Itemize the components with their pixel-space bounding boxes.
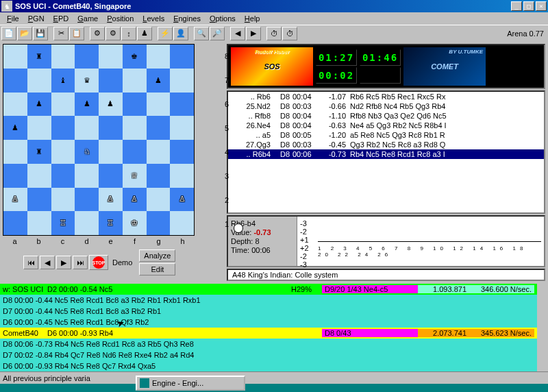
- square[interactable]: [75, 116, 99, 140]
- menu-engines[interactable]: Engines: [169, 14, 205, 23]
- maximize-button[interactable]: □: [523, 1, 534, 11]
- nav-last-button[interactable]: ⏭: [73, 256, 88, 269]
- tool-prev[interactable]: ◀: [230, 27, 245, 40]
- move-row[interactable]: .. Rb6D800:04-1.07Rb6 Rc5 Rb5 Rec1 Rxc5 …: [228, 92, 544, 101]
- square[interactable]: [27, 211, 51, 235]
- square[interactable]: [123, 116, 147, 140]
- square[interactable]: [75, 188, 99, 212]
- square[interactable]: [147, 188, 171, 212]
- square[interactable]: ♝: [51, 69, 75, 93]
- move-row[interactable]: .. Rfb8D800:04-1.10Rfb8 Nb3 Qa3 Qe2 Qd6 …: [228, 111, 544, 121]
- square[interactable]: [3, 164, 27, 188]
- square[interactable]: [51, 140, 75, 164]
- engine2-pv-row[interactable]: D7 00:02 -0.84 Rb4 Qc7 Re8 Nd6 Re8 Rxe4 …: [0, 350, 548, 360]
- tool-open[interactable]: 📂: [17, 27, 32, 40]
- engine1-pv-row[interactable]: D6 00:00 -0.45 Nc5 Re8 Rcd1 Bc8 Qf3 Rb2 …: [0, 317, 548, 328]
- tool-clock2[interactable]: ⏱: [282, 27, 297, 40]
- square[interactable]: ♙: [123, 188, 147, 212]
- square[interactable]: [3, 45, 27, 69]
- menu-file[interactable]: File: [3, 14, 23, 23]
- square[interactable]: ♜: [27, 140, 51, 164]
- tool-clock1[interactable]: ⏱: [266, 27, 282, 40]
- square[interactable]: [27, 116, 51, 140]
- menu-help[interactable]: Help: [240, 14, 264, 23]
- tool-zoom-out[interactable]: 🔍: [194, 27, 209, 40]
- square[interactable]: [27, 164, 51, 188]
- square[interactable]: ♟: [147, 69, 171, 93]
- square[interactable]: ♘: [75, 140, 99, 164]
- square[interactable]: [51, 45, 75, 69]
- square[interactable]: [99, 140, 123, 164]
- square[interactable]: [51, 93, 75, 117]
- square[interactable]: [147, 164, 171, 188]
- tool-next[interactable]: ▶: [246, 27, 261, 40]
- square[interactable]: [99, 45, 123, 69]
- tool-setup[interactable]: ♟: [137, 27, 152, 40]
- menu-position[interactable]: Position: [103, 14, 138, 23]
- square[interactable]: [170, 211, 194, 235]
- square[interactable]: [123, 93, 147, 117]
- tool-lightning[interactable]: ⚡: [158, 27, 173, 40]
- square[interactable]: [170, 116, 194, 140]
- square[interactable]: ♙: [3, 188, 27, 212]
- tool-zoom-in[interactable]: 🔎: [210, 27, 225, 40]
- square[interactable]: ♟: [75, 93, 99, 117]
- square[interactable]: [147, 45, 171, 69]
- square[interactable]: [147, 116, 171, 140]
- square[interactable]: ♛: [75, 69, 99, 93]
- move-row[interactable]: 25.Nd2D800:03-0.66Nd2 Rfb8 Nc4 Rb5 Qg3 R…: [228, 101, 544, 111]
- stop-button[interactable]: STOP: [89, 255, 108, 270]
- square[interactable]: [170, 164, 194, 188]
- move-row[interactable]: .. R6b4D800:06-0.73Rb4 Nc5 Re8 Rcd1 Rc8 …: [228, 149, 544, 159]
- square[interactable]: ♟: [27, 93, 51, 117]
- nav-first-button[interactable]: ⏮: [23, 256, 38, 269]
- menu-pgn[interactable]: PGN: [24, 14, 49, 23]
- move-row[interactable]: .. a5D800:05-1.20a5 Re8 Nc5 Qg3 Rc8 Rb1 …: [228, 130, 544, 140]
- menu-game[interactable]: Game: [73, 14, 102, 23]
- engine1-pv-row[interactable]: D7 00:00 -0.44 Nc5 Re8 Rcd1 Bc8 a3 Rb2 R…: [0, 306, 548, 317]
- chess-board[interactable]: ♜♚♝♛♟♟♟♟♟♜♘♕♙♙♙♙♖♖♔: [3, 44, 195, 236]
- square[interactable]: [3, 140, 27, 164]
- square[interactable]: [3, 93, 27, 117]
- scroll-up-icon[interactable]: ▲: [537, 328, 548, 339]
- move-row[interactable]: 27.Qg3D800:03-0.45Qg3 Rb2 Nc5 Rc8 a3 Rd8…: [228, 140, 544, 149]
- square[interactable]: ♟: [99, 93, 123, 117]
- square[interactable]: [99, 116, 123, 140]
- square[interactable]: [51, 164, 75, 188]
- engine2-pv-row[interactable]: D6 00:00 -0.93 Rb4 Nc5 Re8 Qc7 Rxd4 Qxa5…: [0, 360, 548, 371]
- square[interactable]: [99, 69, 123, 93]
- scroll-down-icon[interactable]: ▼: [537, 360, 548, 371]
- square[interactable]: [51, 116, 75, 140]
- edit-button[interactable]: Edit: [139, 263, 175, 275]
- square[interactable]: ♖: [99, 211, 123, 235]
- taskbar-button[interactable]: Engine - Engi...: [136, 376, 245, 391]
- square[interactable]: ♙: [170, 188, 194, 212]
- square[interactable]: [99, 164, 123, 188]
- square[interactable]: [27, 69, 51, 93]
- nav-next-button[interactable]: ▶: [56, 256, 71, 269]
- engine2-header[interactable]: CometB40 D6 00:00 -0.93 Rb4 D8 0/43 2.07…: [0, 328, 548, 339]
- square[interactable]: [123, 69, 147, 93]
- square[interactable]: [75, 211, 99, 235]
- square[interactable]: ♟: [3, 116, 27, 140]
- square[interactable]: [170, 140, 194, 164]
- nav-prev-button[interactable]: ◀: [40, 256, 55, 269]
- eval-graph[interactable]: -3-2+1+2-2-3 1 2 3 4 5 6 7 8 9 10 12 14 …: [297, 217, 544, 266]
- minimize-button[interactable]: _: [511, 1, 522, 11]
- demo-label[interactable]: Demo: [112, 258, 132, 267]
- tool-cut[interactable]: ✂: [53, 27, 68, 40]
- square[interactable]: ♕: [123, 164, 147, 188]
- analyze-button[interactable]: Analyze: [139, 249, 175, 262]
- scroll-up-icon[interactable]: ▲: [537, 284, 548, 295]
- square[interactable]: [75, 45, 99, 69]
- engine2-pv-row[interactable]: D8 00:06 -0.73 Rb4 Nc5 Re8 Rcd1 Rc8 a3 R…: [0, 339, 548, 350]
- square[interactable]: [170, 45, 194, 69]
- move-row[interactable]: 26.Ne4D800:04-0.63Ne4 a5 Qg3 Rb2 Nc5 R8b…: [228, 121, 544, 130]
- tool-new[interactable]: 📄: [1, 27, 16, 40]
- menu-epd[interactable]: EPD: [49, 14, 73, 23]
- move-list[interactable]: .. Rb6D800:04-1.07Rb6 Rc5 Rb5 Rec1 Rxc5 …: [227, 90, 545, 214]
- engine1-header[interactable]: w: SOS UCI D2 00:00 -0.54 Nc5 H29% D9/20…: [0, 284, 548, 295]
- close-button[interactable]: ×: [536, 1, 547, 11]
- square[interactable]: [147, 211, 171, 235]
- square[interactable]: [3, 69, 27, 93]
